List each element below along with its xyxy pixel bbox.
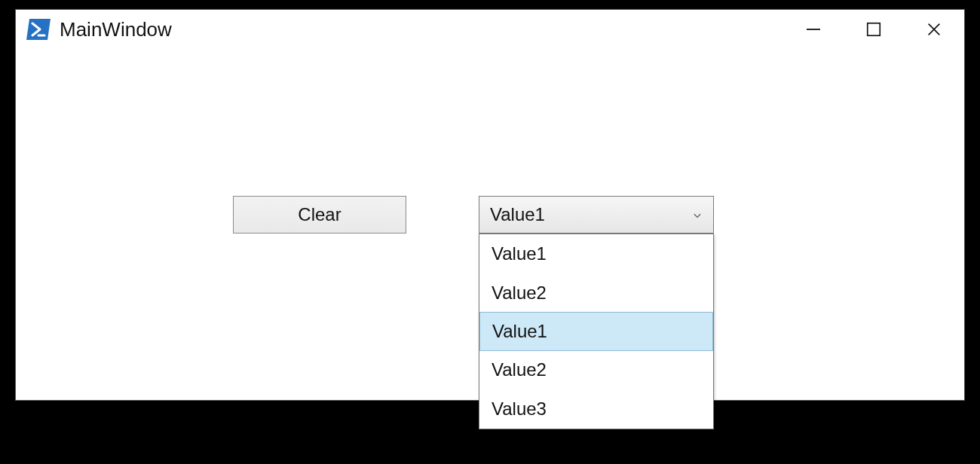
chevron-down-icon [692, 204, 703, 225]
minimize-button[interactable] [783, 10, 844, 49]
combo-option[interactable]: Value1 [479, 312, 713, 351]
powershell-icon [26, 17, 51, 41]
maximize-button[interactable] [844, 10, 904, 49]
combo-container: Value1 Value1 Value2 Value1 Value2 Value… [479, 196, 714, 234]
combo-selected-label: Value1 [490, 204, 545, 225]
combo-option[interactable]: Value2 [479, 273, 713, 313]
close-button[interactable] [904, 10, 964, 49]
main-window: MainWindow Clear Value1 [15, 9, 965, 401]
combo-dropdown: Value1 Value2 Value1 Value2 Value3 [479, 234, 714, 429]
combo-option[interactable]: Value1 [479, 234, 713, 273]
window-controls [783, 10, 964, 49]
client-area: Clear Value1 Value1 Value2 Value1 Value2… [16, 49, 964, 400]
combo-box[interactable]: Value1 [479, 196, 714, 234]
combo-option[interactable]: Value2 [479, 350, 713, 389]
window-title: MainWindow [60, 18, 783, 41]
titlebar[interactable]: MainWindow [16, 10, 964, 49]
svg-rect-3 [868, 23, 880, 36]
combo-option[interactable]: Value3 [479, 389, 713, 429]
clear-button[interactable]: Clear [233, 196, 406, 234]
